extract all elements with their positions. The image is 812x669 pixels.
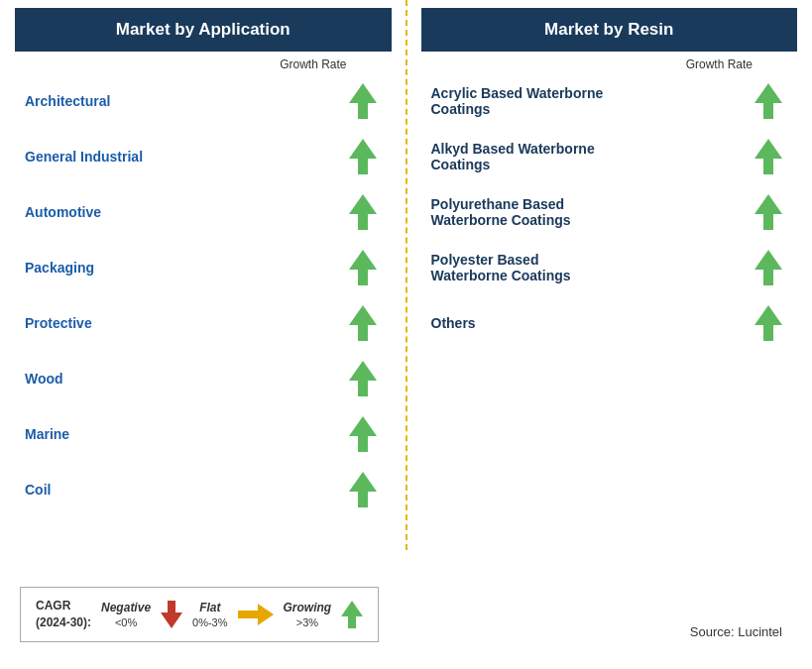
cagr-label: CAGR (2024-30): xyxy=(36,598,91,631)
main-container: Market by Application Growth Rate Archit… xyxy=(0,0,812,669)
list-item: Architectural xyxy=(0,73,406,129)
growing-sublabel: >3% xyxy=(296,616,318,628)
negative-label: Negative xyxy=(101,601,151,614)
list-item: Polyurethane BasedWaterborne Coatings xyxy=(406,184,813,240)
legend-growing: Growing >3% xyxy=(284,601,332,628)
yellow-arrow-right-icon xyxy=(238,604,274,625)
arrow-up-icon xyxy=(754,139,782,174)
wood-label: Wood xyxy=(25,371,349,387)
protective-label: Protective xyxy=(25,315,349,331)
legend-negative: Negative <0% xyxy=(101,601,151,628)
arrow-up-icon xyxy=(349,416,377,452)
flat-sublabel: 0%-3% xyxy=(192,616,227,628)
arrow-up-icon xyxy=(349,83,377,119)
others-label: Others xyxy=(431,315,755,331)
source-label: Source: Lucintel xyxy=(690,624,792,669)
left-growth-rate-label: Growth Rate xyxy=(0,52,406,73)
arrow-up-icon xyxy=(754,194,782,230)
acrylic-label: Acrylic Based WaterborneCoatings xyxy=(431,85,755,117)
flat-label: Flat xyxy=(199,601,220,614)
architectural-label: Architectural xyxy=(25,93,349,109)
footer-area: CAGR (2024-30): Negative <0% Flat 0%-3% … xyxy=(0,560,812,669)
red-arrow-down-icon xyxy=(161,601,182,628)
divider xyxy=(406,0,407,550)
alkyd-label: Alkyd Based WaterborneCoatings xyxy=(431,141,755,172)
packaging-label: Packaging xyxy=(25,260,349,276)
list-item: Others xyxy=(406,295,813,351)
polyester-label: Polyester BasedWaterborne Coatings xyxy=(431,252,755,283)
legend-flat: Flat 0%-3% xyxy=(192,601,227,628)
list-item: Polyester BasedWaterborne Coatings xyxy=(406,240,813,295)
automotive-label: Automotive xyxy=(25,204,349,220)
negative-sublabel: <0% xyxy=(115,616,137,628)
marine-label: Marine xyxy=(25,426,349,442)
right-growth-rate-label: Growth Rate xyxy=(406,52,813,73)
list-item: Wood xyxy=(0,351,406,406)
list-item: General Industrial xyxy=(0,129,406,184)
list-item: Protective xyxy=(0,295,406,351)
arrow-up-icon xyxy=(349,361,377,396)
arrow-up-icon xyxy=(349,139,377,174)
list-item: Automotive xyxy=(0,184,406,240)
list-item: Marine xyxy=(0,406,406,462)
list-item: Alkyd Based WaterborneCoatings xyxy=(406,129,813,184)
growing-label: Growing xyxy=(284,601,332,614)
arrow-up-icon xyxy=(349,250,377,285)
list-item: Coil xyxy=(0,462,406,517)
arrow-up-icon xyxy=(754,250,782,285)
general-industrial-label: General Industrial xyxy=(25,149,349,165)
coil-label: Coil xyxy=(25,482,349,498)
left-panel-header: Market by Application xyxy=(15,8,392,52)
small-green-arrow-up-icon xyxy=(341,601,363,628)
list-item: Acrylic Based WaterborneCoatings xyxy=(406,73,813,129)
arrow-up-icon xyxy=(754,305,782,341)
list-item: Packaging xyxy=(0,240,406,295)
arrow-up-icon xyxy=(349,472,377,507)
right-panel-header: Market by Resin xyxy=(421,8,798,52)
arrow-up-icon xyxy=(754,83,782,119)
legend-box: CAGR (2024-30): Negative <0% Flat 0%-3% … xyxy=(20,587,379,642)
polyurethane-label: Polyurethane BasedWaterborne Coatings xyxy=(431,196,755,228)
arrow-up-icon xyxy=(349,305,377,341)
arrow-up-icon xyxy=(349,194,377,230)
